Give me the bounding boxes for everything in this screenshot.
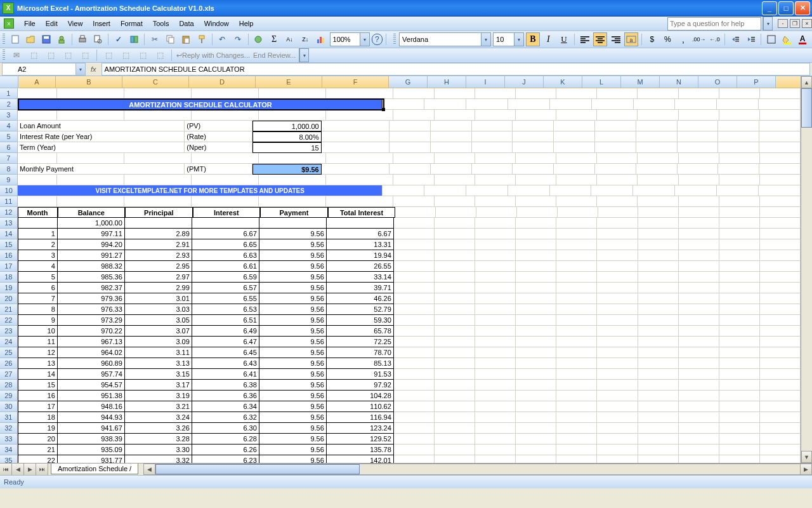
table-cell[interactable]: 6.43 [192, 358, 259, 369]
increase-indent-button[interactable] [744, 32, 758, 46]
table-cell[interactable]: 20 [18, 434, 58, 444]
row-header[interactable]: 6 [0, 142, 18, 153]
cell[interactable] [719, 175, 760, 185]
cell[interactable] [475, 261, 516, 272]
decrease-indent-button[interactable] [728, 32, 742, 46]
table-cell[interactable]: 9.56 [259, 444, 327, 455]
cell[interactable] [516, 272, 556, 283]
table-cell[interactable]: 9.56 [259, 315, 327, 326]
cell[interactable]: (Rate) [185, 131, 252, 142]
cell[interactable] [475, 455, 516, 463]
table-cell[interactable]: 985.36 [58, 272, 125, 283]
cell[interactable] [435, 369, 475, 380]
cell[interactable] [395, 207, 436, 218]
cell[interactable] [760, 293, 801, 304]
cell[interactable] [719, 380, 760, 391]
cell[interactable] [679, 369, 719, 380]
row-header[interactable]: 18 [0, 272, 18, 283]
cell[interactable] [394, 358, 435, 369]
table-cell[interactable]: 970.22 [58, 326, 125, 337]
table-cell[interactable]: 6.30 [192, 423, 259, 434]
cell[interactable] [513, 121, 554, 131]
cell[interactable] [638, 434, 679, 444]
table-cell[interactable]: 13.31 [327, 239, 394, 250]
table-cell[interactable]: 2.89 [125, 229, 192, 239]
cell[interactable] [638, 110, 678, 121]
review-btn-1[interactable]: ⬚ [27, 48, 41, 62]
cell[interactable] [435, 239, 475, 250]
cell[interactable] [638, 229, 679, 239]
cell[interactable] [719, 337, 760, 347]
cell[interactable] [595, 131, 636, 142]
cell[interactable] [516, 423, 556, 434]
cell[interactable] [516, 218, 556, 229]
currency-button[interactable]: $ [645, 32, 659, 46]
table-cell[interactable]: 9.56 [259, 391, 327, 401]
name-box[interactable]: A2 ▾ [2, 63, 86, 76]
input-cell[interactable]: 1,000.00 [252, 121, 321, 131]
row-header[interactable]: 20 [0, 293, 18, 304]
table-cell[interactable] [327, 218, 394, 229]
row-header[interactable]: 34 [0, 444, 18, 455]
table-cell[interactable]: 3.30 [125, 444, 192, 455]
cell[interactable] [394, 434, 435, 444]
autosum-button[interactable]: Σ [267, 32, 281, 46]
cell[interactable] [597, 412, 638, 423]
cell[interactable] [638, 380, 679, 391]
table-cell[interactable]: 19.94 [327, 250, 394, 261]
cell[interactable] [393, 110, 434, 121]
cell[interactable]: (Nper) [185, 142, 252, 153]
cell[interactable] [394, 293, 435, 304]
table-cell[interactable]: 979.36 [58, 293, 125, 304]
cell[interactable] [718, 164, 759, 175]
cell[interactable] [556, 88, 597, 99]
cell[interactable] [638, 272, 679, 283]
cell[interactable] [638, 250, 679, 261]
row-header[interactable]: 8 [0, 164, 18, 175]
row-header[interactable]: 30 [0, 401, 18, 412]
table-cell[interactable]: 39.71 [327, 283, 394, 293]
cell[interactable] [638, 401, 679, 412]
cell[interactable] [633, 185, 675, 196]
cell[interactable] [597, 444, 638, 455]
cell[interactable] [516, 261, 556, 272]
cell[interactable] [760, 153, 801, 164]
table-cell[interactable]: 19 [18, 423, 58, 434]
row-header[interactable]: 9 [0, 175, 18, 185]
paste-button[interactable] [179, 32, 193, 46]
cell[interactable] [475, 110, 516, 121]
scroll-thumb[interactable] [155, 464, 360, 474]
cell[interactable] [57, 153, 124, 164]
table-cell[interactable]: 3.17 [125, 380, 192, 391]
table-cell[interactable]: 6.47 [192, 337, 259, 347]
table-cell[interactable]: 9.56 [259, 434, 327, 444]
row-header[interactable]: 4 [0, 121, 18, 131]
cell[interactable] [259, 196, 326, 207]
cell[interactable] [516, 444, 556, 455]
table-cell[interactable]: 9.56 [259, 272, 327, 283]
table-cell[interactable]: 951.38 [58, 391, 125, 401]
cell[interactable] [638, 196, 678, 207]
cell[interactable] [516, 326, 556, 337]
table-cell[interactable]: 123.24 [327, 423, 394, 434]
hyperlink-button[interactable] [252, 32, 266, 46]
cell[interactable] [638, 358, 679, 369]
col-header-B[interactable]: B [56, 76, 122, 88]
cell[interactable] [516, 358, 556, 369]
col-header-J[interactable]: J [505, 76, 544, 88]
permissions-button[interactable] [55, 32, 69, 46]
cell[interactable] [597, 250, 638, 261]
cell[interactable] [475, 88, 516, 99]
merge-center-button[interactable]: a [624, 32, 638, 46]
table-cell[interactable]: 9.56 [259, 412, 327, 423]
cell[interactable] [597, 391, 638, 401]
cell[interactable] [18, 196, 57, 207]
table-cell[interactable]: 3.21 [125, 401, 192, 412]
review-btn-4[interactable]: ⬚ [78, 48, 92, 62]
cell[interactable] [760, 88, 801, 99]
cell[interactable] [516, 304, 556, 315]
cell[interactable]: Term (Year) [18, 142, 185, 153]
cell[interactable] [556, 369, 597, 380]
cell[interactable] [679, 412, 719, 423]
table-header[interactable]: Principal [125, 207, 193, 218]
